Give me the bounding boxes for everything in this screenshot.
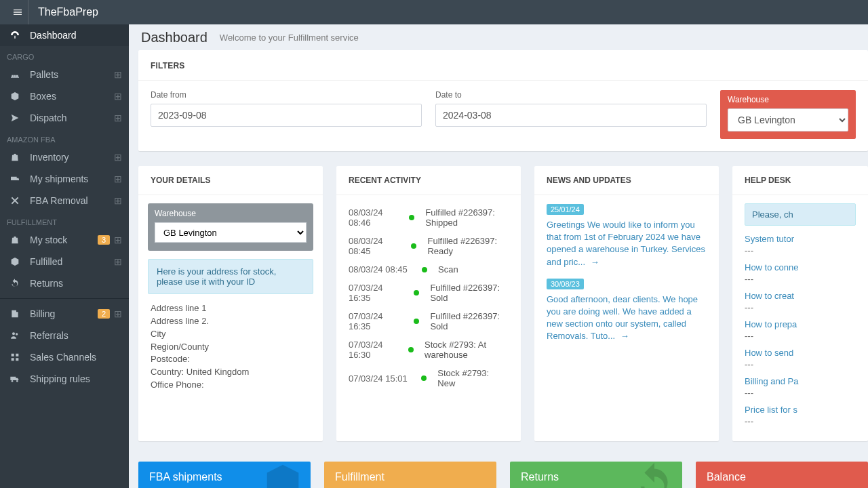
sidebar-item-referrals[interactable]: Referrals	[0, 325, 129, 346]
brand[interactable]: TheFbaPrep	[38, 6, 98, 18]
menu-toggle[interactable]	[7, 0, 28, 24]
channels-icon	[8, 350, 22, 364]
news-card: NEWS AND UPDATES 25/01/24Greetings We wo…	[534, 166, 719, 441]
expand-icon: ⊞	[114, 174, 122, 184]
details-warehouse-select[interactable]: GB Levington	[155, 222, 307, 243]
status-dot-icon	[409, 215, 414, 220]
expand-icon: ⊞	[114, 256, 122, 267]
recent-activity-title: RECENT ACTIVITY	[336, 166, 521, 195]
expand-icon: ⊞	[114, 113, 122, 123]
help-separator: ---	[745, 331, 856, 341]
filters-title: FILTERS	[138, 52, 868, 81]
remove-icon	[8, 194, 22, 207]
sidebar-item-label: FBA Removal	[30, 195, 88, 206]
sidebar-header-amazon: AMAZON FBA	[0, 129, 129, 146]
address-line: Address line 1	[151, 302, 311, 315]
date-from-input[interactable]	[151, 104, 422, 127]
sidebar-item-label: Billing	[30, 308, 55, 319]
users-icon	[8, 329, 22, 342]
help-separator: ---	[745, 359, 856, 369]
help-link[interactable]: How to send	[745, 348, 856, 358]
address-info-alert: Here is your address for stock, please u…	[148, 259, 313, 294]
top-bar: TheFbaPrep	[0, 0, 868, 24]
sidebar-item-saleschannels[interactable]: Sales Channels	[0, 346, 129, 368]
sidebar-item-label: Referrals	[30, 330, 68, 341]
expand-icon: ⊞	[114, 195, 122, 206]
news-link[interactable]: Good afternoon, dear clients. We hope yo…	[547, 293, 707, 343]
help-link[interactable]: How to conne	[745, 262, 856, 272]
activity-time: 08/03/24 08:46	[349, 207, 398, 228]
warehouse-select[interactable]: GB Levington	[728, 108, 848, 131]
address-line: Country: United Kingdom	[151, 366, 311, 379]
tile-fba-shipments[interactable]: FBA shipments	[138, 462, 311, 488]
tile-label: Balance	[707, 471, 746, 483]
svg-point-0	[12, 332, 15, 335]
tile-label: Returns	[521, 471, 559, 483]
dispatch-icon	[8, 111, 22, 125]
sidebar-item-inventory[interactable]: Inventory ⊞	[0, 146, 129, 168]
truck-icon	[8, 372, 22, 386]
stock-icon	[8, 233, 22, 247]
sidebar-item-fbaremoval[interactable]: FBA Removal ⊞	[0, 190, 129, 211]
sidebar-item-dashboard[interactable]: Dashboard	[0, 24, 129, 46]
filters-box: FILTERS Date from Date to Warehouse GB L…	[138, 50, 868, 151]
summary-tiles: FBA shipments Fulfillment Returns Balanc…	[138, 462, 868, 488]
expand-icon: ⊞	[114, 308, 122, 319]
help-link[interactable]: System tutor	[745, 234, 856, 244]
activity-text: Fulfilled #226397: Ready	[427, 236, 509, 256]
svg-point-3	[16, 380, 18, 382]
date-to-label: Date to	[435, 90, 707, 100]
bag-icon	[8, 150, 22, 164]
activity-row: 07/03/24 16:35Fulfilled #226397: Sold	[349, 307, 509, 336]
returns-icon	[8, 277, 22, 290]
address-block: Address line 1Address line 2.CityRegion/…	[138, 302, 323, 404]
activity-row: 07/03/24 16:35Fulfilled #226397: Sold	[349, 279, 509, 307]
tile-label: FBA shipments	[149, 471, 222, 483]
sidebar-item-label: Inventory	[30, 152, 69, 163]
help-separator: ---	[745, 302, 856, 312]
tile-fulfillment[interactable]: Fulfillment	[324, 462, 496, 488]
shipment-icon	[8, 172, 22, 186]
separator	[0, 298, 129, 299]
pallets-icon	[8, 68, 22, 81]
sidebar-item-shippingrules[interactable]: Shipping rules	[0, 368, 129, 390]
sidebar-item-label: Fulfilled	[30, 256, 62, 267]
box-icon	[259, 462, 307, 488]
activity-row: 07/03/24 15:01Stock #2793: New	[349, 364, 509, 392]
help-separator: ---	[745, 245, 856, 256]
recent-activity-card: RECENT ACTIVITY 08/03/24 08:46Fulfilled …	[336, 166, 521, 441]
sidebar-item-label: Dispatch	[30, 113, 66, 123]
sidebar-item-pallets[interactable]: Pallets ⊞	[0, 64, 129, 85]
expand-icon: ⊞	[114, 91, 122, 102]
news-link[interactable]: Greetings We would like to inform you th…	[547, 219, 707, 268]
help-desk-card: HELP DESK Please, ch System tutor---How …	[732, 166, 868, 441]
sidebar-item-boxes[interactable]: Boxes ⊞	[0, 85, 129, 107]
date-to-field: Date to	[435, 90, 707, 139]
help-link[interactable]: How to creat	[745, 291, 856, 301]
sidebar-item-mystock[interactable]: My stock 3 ⊞	[0, 229, 129, 251]
warehouse-box: Warehouse GB Levington	[148, 203, 313, 251]
help-link[interactable]: Price list for s	[745, 405, 856, 415]
sidebar-item-billing[interactable]: Billing 2 ⊞	[0, 303, 129, 325]
date-to-input[interactable]	[435, 104, 707, 127]
help-alert: Please, ch	[745, 203, 856, 226]
activity-row: 08/03/24 08:45Scan	[349, 260, 509, 279]
help-link[interactable]: Billing and Pa	[745, 376, 856, 386]
help-link[interactable]: How to prepa	[745, 319, 856, 329]
news-title: NEWS AND UPDATES	[534, 166, 719, 195]
bars-icon	[12, 7, 23, 18]
sidebar-item-label: Pallets	[30, 69, 58, 80]
sidebar-item-fulfilled[interactable]: Fulfilled ⊞	[0, 251, 129, 272]
badge: 2	[98, 309, 110, 319]
tile-returns[interactable]: Returns	[510, 462, 682, 488]
sidebar-item-label: Shipping rules	[30, 373, 90, 384]
sidebar-item-dispatch[interactable]: Dispatch ⊞	[0, 107, 129, 129]
sidebar-item-returns[interactable]: Returns	[0, 272, 129, 294]
activity-text: Fulfilled #226397: Sold	[430, 311, 509, 331]
warehouse-label: Warehouse	[728, 95, 848, 104]
sidebar-item-myshipments[interactable]: My shipments ⊞	[0, 168, 129, 190]
sidebar-item-label: Sales Channels	[30, 352, 96, 363]
address-line: Region/County	[151, 341, 311, 354]
sidebar-item-label: My stock	[30, 235, 67, 245]
tile-balance[interactable]: Balance	[696, 462, 868, 488]
